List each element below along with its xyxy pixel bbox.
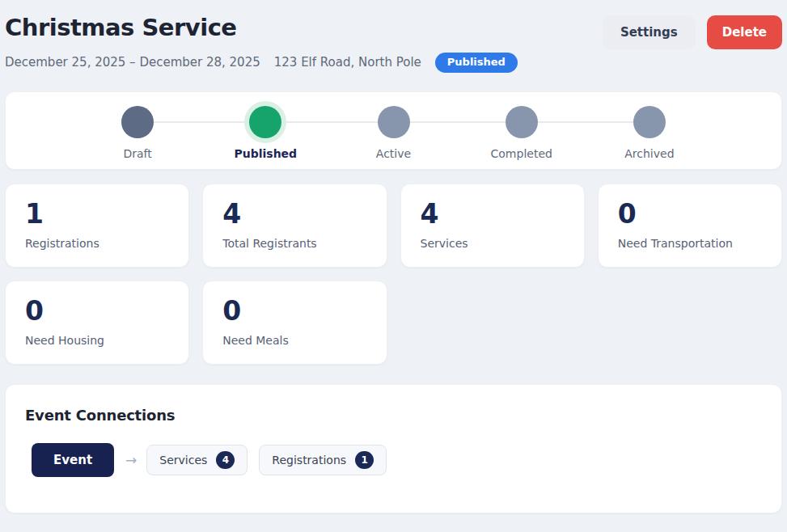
stat-card-services: 4 Services — [400, 184, 585, 268]
step-label: Published — [234, 147, 297, 160]
step-label: Draft — [123, 147, 151, 160]
event-detail-page: Christmas Service December 25, 2025 – De… — [0, 0, 787, 523]
step-label: Archived — [624, 147, 674, 160]
status-stepper-card: Draft Published Active Completed Archive… — [5, 91, 782, 170]
stepper-step-completed: Completed — [458, 106, 586, 160]
step-label: Active — [376, 147, 411, 160]
step-circle-icon — [633, 106, 666, 138]
event-location: 123 Elf Road, North Pole — [274, 55, 421, 70]
connections-flow-row: Event → Services 4 Registrations 1 — [25, 443, 762, 477]
stat-card-total-registrants: 4 Total Registrants — [202, 184, 387, 268]
settings-button[interactable]: Settings — [603, 15, 696, 49]
step-circle-icon — [249, 106, 281, 138]
stat-value: 0 — [25, 298, 169, 324]
event-date-range: December 25, 2025 – December 28, 2025 — [5, 55, 260, 70]
step-circle-icon — [378, 106, 410, 138]
event-connections-card: Event Connections Event → Services 4 Reg… — [5, 384, 782, 513]
stat-card-need-meals: 0 Need Meals — [202, 281, 387, 365]
stepper-step-archived: Archived — [586, 106, 713, 160]
arrow-right-icon: → — [125, 452, 137, 468]
status-badge: Published — [435, 53, 518, 72]
header-left: Christmas Service December 25, 2025 – De… — [5, 15, 518, 73]
stat-label: Registrations — [25, 237, 169, 250]
services-count-badge: 4 — [216, 451, 235, 469]
step-label: Completed — [491, 147, 552, 160]
event-meta-row: December 25, 2025 – December 28, 2025 12… — [5, 53, 518, 72]
registrations-chip[interactable]: Registrations 1 — [259, 445, 387, 475]
stepper-step-draft: Draft — [74, 106, 201, 160]
stats-grid: 1 Registrations 4 Total Registrants 4 Se… — [5, 184, 782, 365]
stat-label: Need Transportation — [618, 237, 762, 250]
stat-label: Services — [421, 237, 565, 250]
step-circle-icon — [121, 106, 154, 138]
registrations-count-badge: 1 — [355, 451, 374, 469]
stat-value: 0 — [618, 201, 762, 227]
status-stepper: Draft Published Active Completed Archive… — [74, 106, 713, 160]
chip-label: Services — [159, 454, 207, 467]
stat-label: Need Housing — [25, 334, 169, 347]
delete-button[interactable]: Delete — [707, 15, 782, 49]
stat-value: 0 — [222, 298, 366, 324]
stat-value: 4 — [421, 201, 565, 227]
services-chip[interactable]: Services 4 — [146, 445, 248, 475]
header-actions: Settings Delete — [603, 15, 782, 49]
stepper-step-active: Active — [329, 106, 457, 160]
step-circle-icon — [506, 106, 538, 138]
stat-label: Total Registrants — [222, 237, 366, 250]
event-node-button[interactable]: Event — [32, 443, 114, 477]
chip-label: Registrations — [272, 454, 346, 467]
stat-value: 1 — [25, 201, 169, 227]
page-title: Christmas Service — [5, 15, 518, 41]
stat-card-registrations: 1 Registrations — [5, 184, 189, 268]
stat-label: Need Meals — [222, 334, 366, 347]
stat-card-need-housing: 0 Need Housing — [5, 281, 189, 365]
stat-card-need-transportation: 0 Need Transportation — [598, 184, 782, 268]
stat-value: 4 — [222, 201, 366, 227]
page-header: Christmas Service December 25, 2025 – De… — [5, 15, 782, 73]
event-connections-title: Event Connections — [25, 407, 762, 424]
stepper-step-published: Published — [201, 106, 329, 160]
